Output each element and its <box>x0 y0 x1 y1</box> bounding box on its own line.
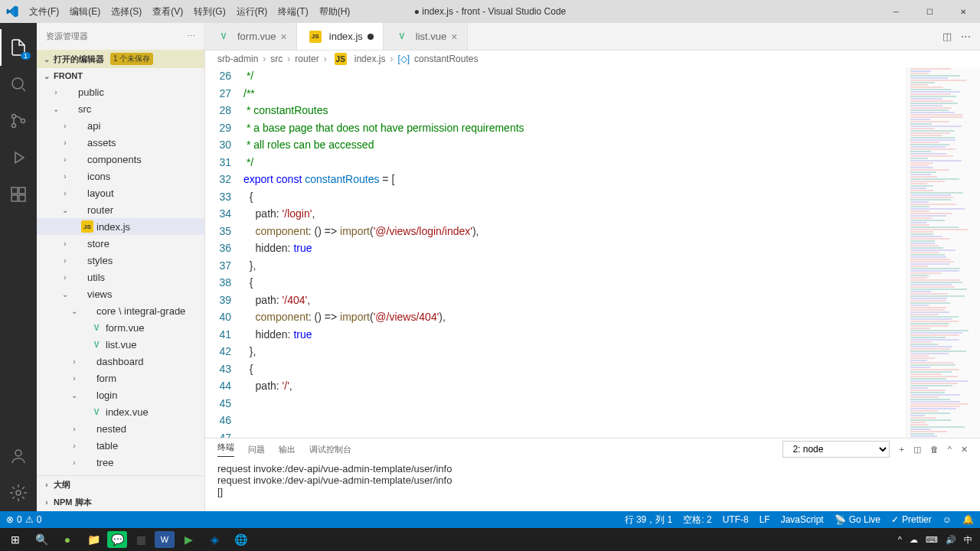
tree-folder[interactable]: ›table <box>37 437 204 454</box>
project-section[interactable]: ⌄ FRONT <box>37 68 204 83</box>
maximize-button[interactable]: ☐ <box>913 0 946 23</box>
feedback-icon[interactable]: ☺ <box>942 514 952 525</box>
errors-item[interactable]: ⊗ 0 ⚠ 0 <box>6 514 41 525</box>
breadcrumb-item[interactable]: constantRoutes <box>414 54 478 64</box>
editor-tab[interactable]: JSindex.js <box>297 23 384 50</box>
breadcrumb-item[interactable]: router <box>295 54 318 64</box>
search-icon[interactable] <box>0 66 37 103</box>
breadcrumb-item[interactable]: src <box>270 54 283 64</box>
tree-folder[interactable]: ›api <box>37 117 204 134</box>
tree-folder[interactable]: ›store <box>37 235 204 252</box>
outline-section[interactable]: ›大纲 <box>37 475 204 494</box>
terminal-panel: 终端问题输出调试控制台2: node + ◫ 🗑 ^ ✕ request inv… <box>205 438 980 511</box>
tray-volume-icon[interactable]: 🔊 <box>946 535 956 545</box>
app2-icon[interactable]: ▦ <box>129 529 153 550</box>
panel-tab[interactable]: 调试控制台 <box>309 444 351 455</box>
menu-item[interactable]: 帮助(H) <box>315 4 355 20</box>
split-editor-icon[interactable]: ◫ <box>942 31 952 42</box>
tree-folder[interactable]: ›layout <box>37 184 204 201</box>
account-icon[interactable] <box>0 438 37 474</box>
scm-icon[interactable] <box>0 103 37 139</box>
extensions-icon[interactable] <box>0 176 37 213</box>
tree-file[interactable]: Vform.vue <box>37 319 204 336</box>
panel-tab[interactable]: 终端 <box>217 442 234 457</box>
breadcrumb-item[interactable]: index.js <box>354 54 386 64</box>
tree-folder[interactable]: ›assets <box>37 134 204 151</box>
notifications-icon[interactable]: 🔔 <box>962 514 974 525</box>
breadcrumb[interactable]: srb-admin›src›router›JSindex.js›[◇]const… <box>205 51 980 67</box>
explorer-icon[interactable]: 1 <box>0 29 37 66</box>
tree-folder[interactable]: ⌄login <box>37 386 204 403</box>
tree-folder[interactable]: ⌄router <box>37 201 204 218</box>
code-editor[interactable]: 2627282930313233343536373839404142434445… <box>205 67 980 438</box>
word-icon[interactable]: W <box>155 531 175 548</box>
split-terminal-icon[interactable]: ◫ <box>913 445 921 455</box>
settings-icon[interactable] <box>0 474 37 511</box>
eol-item[interactable]: LF <box>760 514 770 525</box>
editor-tab[interactable]: Vform.vue× <box>205 23 297 50</box>
tree-folder[interactable]: ⌄src <box>37 100 204 117</box>
tree-folder[interactable]: ›public <box>37 83 204 100</box>
tree-folder[interactable]: ›nested <box>37 420 204 437</box>
indent-item[interactable]: 空格: 2 <box>683 514 711 527</box>
tree-folder[interactable]: ›dashboard <box>37 353 204 370</box>
close-panel-icon[interactable]: ✕ <box>961 445 968 455</box>
search-button[interactable]: 🔍 <box>29 529 54 550</box>
close-button[interactable]: ✕ <box>946 0 980 23</box>
menu-item[interactable]: 编辑(E) <box>65 4 105 20</box>
golive-item[interactable]: 📡 Go Live <box>835 514 880 525</box>
prettier-item[interactable]: ✓ Prettier <box>891 514 932 525</box>
tree-folder[interactable]: ›form <box>37 370 204 386</box>
editor-tab[interactable]: Vlist.vue× <box>384 23 468 50</box>
start-button[interactable]: ⊞ <box>3 529 28 550</box>
close-tab-icon[interactable]: × <box>281 31 287 43</box>
tree-folder[interactable]: ⌄views <box>37 285 204 302</box>
app-icon[interactable]: ● <box>55 529 80 550</box>
menu-item[interactable]: 查看(V) <box>148 4 188 20</box>
ime-indicator[interactable]: 中 <box>964 534 972 546</box>
tree-folder[interactable]: ›tree <box>37 454 204 471</box>
tree-file[interactable]: Vlist.vue <box>37 336 204 353</box>
new-terminal-icon[interactable]: + <box>899 445 903 454</box>
tree-file[interactable]: Vindex.vue <box>37 403 204 420</box>
menu-item[interactable]: 转到(G) <box>189 4 230 20</box>
npm-section[interactable]: ›NPM 脚本 <box>37 494 204 511</box>
menu-item[interactable]: 运行(R) <box>232 4 273 20</box>
open-editors-section[interactable]: ⌄ 打开的编辑器 1 个未保存 <box>37 50 204 68</box>
cursor-position[interactable]: 行 39，列 1 <box>625 514 673 527</box>
tree-folder[interactable]: ›styles <box>37 252 204 269</box>
tray-keyboard-icon[interactable]: ⌨ <box>926 535 938 545</box>
chevron-up-icon[interactable]: ^ <box>948 445 952 454</box>
app3-icon[interactable]: ▶ <box>176 529 201 550</box>
terminal-output[interactable]: request invoke:/dev-api/vue-admin-templa… <box>205 460 980 511</box>
close-tab-icon[interactable]: × <box>451 31 457 43</box>
file-name: login <box>96 390 117 401</box>
menu-item[interactable]: 文件(F) <box>24 4 64 20</box>
trash-icon[interactable]: 🗑 <box>930 445 939 454</box>
explorer-app-icon[interactable]: 📁 <box>81 529 106 550</box>
more-actions-icon[interactable]: ⋯ <box>961 31 971 42</box>
terminal-select[interactable]: 2: node <box>782 441 890 458</box>
tree-folder[interactable]: ⌄core \ integral-grade <box>37 302 204 319</box>
vscode-app-icon[interactable]: ◈ <box>202 529 227 550</box>
debug-icon[interactable] <box>0 139 37 176</box>
menu-item[interactable]: 选择(S) <box>106 4 146 20</box>
code-content[interactable]: *//** * constantRoutes * a base page tha… <box>243 67 906 438</box>
tree-folder[interactable]: ›icons <box>37 168 204 184</box>
tree-folder[interactable]: ›utils <box>37 269 204 285</box>
menu-item[interactable]: 终端(T) <box>273 4 312 20</box>
more-icon[interactable]: ⋯ <box>187 31 195 41</box>
tray-chevron-icon[interactable]: ^ <box>898 535 902 544</box>
chrome-icon[interactable]: 🌐 <box>228 529 253 550</box>
tree-file[interactable]: JSindex.js <box>37 218 204 235</box>
panel-tab[interactable]: 问题 <box>248 444 265 455</box>
panel-tab[interactable]: 输出 <box>279 444 296 455</box>
tree-folder[interactable]: ›components <box>37 151 204 168</box>
wechat-icon[interactable]: 💬 <box>107 531 127 548</box>
minimize-button[interactable]: ─ <box>879 0 913 23</box>
tray-onedrive-icon[interactable]: ☁ <box>910 535 918 545</box>
encoding-item[interactable]: UTF-8 <box>723 514 749 525</box>
minimap[interactable] <box>906 67 980 438</box>
breadcrumb-item[interactable]: srb-admin <box>217 54 258 64</box>
language-item[interactable]: JavaScript <box>781 514 824 525</box>
